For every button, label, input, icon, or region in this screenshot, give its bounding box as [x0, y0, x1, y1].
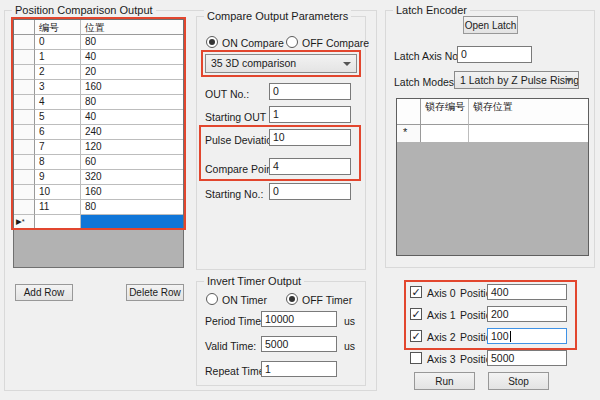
row-marker-asterisk[interactable]: *: [397, 125, 421, 142]
valid-time-label: Valid Time:: [205, 340, 256, 352]
off-compare-label: OFF Compare: [302, 37, 369, 49]
period-time-input[interactable]: 10000: [261, 311, 337, 327]
cell-position[interactable]: 160: [81, 80, 183, 95]
axis-1-position-input[interactable]: 200: [487, 306, 567, 322]
period-time-label: Period Time:: [205, 315, 264, 327]
table-row: 6240: [14, 125, 183, 140]
axis-0-position-input[interactable]: 400: [487, 284, 567, 300]
row-header[interactable]: [14, 140, 35, 155]
comparison-mode-select[interactable]: 35 3D comparison: [205, 54, 357, 73]
latch-grid[interactable]: 锁存编号 锁存位置 *: [396, 98, 589, 256]
cell-position[interactable]: 160: [81, 185, 183, 200]
cell-position[interactable]: 60: [81, 155, 183, 170]
cell-latch-position[interactable]: [469, 125, 588, 142]
cell-number[interactable]: 1: [35, 50, 81, 65]
grid-corner-cell[interactable]: [14, 20, 35, 35]
table-row: 220: [14, 65, 183, 80]
row-header[interactable]: [14, 95, 35, 110]
column-header-position[interactable]: 位置: [81, 20, 183, 35]
row-header[interactable]: [14, 200, 35, 215]
cell-position[interactable]: 80: [81, 35, 183, 50]
cell-number[interactable]: 4: [35, 95, 81, 110]
cell-number[interactable]: 7: [35, 140, 81, 155]
open-latch-button[interactable]: Open Latch: [463, 16, 518, 34]
grid-corner-cell[interactable]: [397, 99, 421, 125]
chevron-down-icon: [565, 78, 573, 82]
latch-modes-select[interactable]: 1 Latch by Z Pulse Rising Edge: [454, 71, 579, 89]
table-row: 9320: [14, 170, 183, 185]
cell-position[interactable]: 240: [81, 125, 183, 140]
row-header[interactable]: [14, 65, 35, 80]
cell-position[interactable]: 80: [81, 200, 183, 215]
cell-number[interactable]: 5: [35, 110, 81, 125]
axis-2-position-input[interactable]: 100: [487, 328, 567, 344]
row-header[interactable]: [14, 80, 35, 95]
latch-axis-no-input[interactable]: 0: [457, 46, 532, 63]
pulse-deviation-input[interactable]: 10: [269, 129, 351, 146]
group-title: Invert Timer Output: [204, 275, 304, 287]
table-row: 140: [14, 50, 183, 65]
cell-position[interactable]: 40: [81, 110, 183, 125]
axis-3-checkbox[interactable]: [410, 352, 422, 364]
cell-position[interactable]: 20: [81, 65, 183, 80]
on-compare-radio[interactable]: [206, 36, 218, 48]
invert-timer-group: Invert Timer Output ON Timer OFF Timer P…: [196, 281, 366, 386]
cell-position[interactable]: 120: [81, 140, 183, 155]
cell-latch-number[interactable]: [421, 125, 469, 142]
on-timer-radio[interactable]: [206, 293, 218, 305]
column-header-number[interactable]: 编号: [35, 20, 81, 35]
valid-time-unit: us: [344, 340, 355, 352]
cell-number[interactable]: 0: [35, 35, 81, 50]
cell-position[interactable]: 320: [81, 170, 183, 185]
row-header[interactable]: [14, 125, 35, 140]
table-row: 080: [14, 35, 183, 50]
cell-number[interactable]: [35, 215, 81, 230]
axis-2-checkbox[interactable]: ✓: [410, 330, 422, 342]
cell-number[interactable]: 8: [35, 155, 81, 170]
run-button[interactable]: Run: [414, 372, 475, 390]
group-title: Position Comparison Output: [12, 4, 156, 16]
repeat-times-input[interactable]: 1: [261, 361, 337, 377]
starting-no-label: Starting No.:: [205, 188, 269, 200]
row-header[interactable]: [14, 35, 35, 50]
selected-cell[interactable]: [81, 215, 183, 230]
new-row-marker-icon[interactable]: ▶*: [14, 215, 35, 230]
axis-3-position-input[interactable]: 5000: [487, 350, 567, 366]
valid-time-input[interactable]: 5000: [261, 336, 337, 352]
latch-modes-value: 1 Latch by Z Pulse Rising Edge: [460, 74, 579, 86]
off-compare-radio[interactable]: [286, 36, 298, 48]
axis-0-checkbox[interactable]: ✓: [410, 286, 422, 298]
starting-out-state-input[interactable]: 1: [269, 106, 351, 123]
table-row: 3160: [14, 80, 183, 95]
row-header[interactable]: [14, 185, 35, 200]
cell-number[interactable]: 10: [35, 185, 81, 200]
table-row: 540: [14, 110, 183, 125]
starting-no-input[interactable]: 0: [269, 183, 351, 200]
cell-number[interactable]: 9: [35, 170, 81, 185]
axis-3-label: Axis 3: [427, 353, 456, 365]
compare-output-group: Compare Output Parameters ON Compare OFF…: [196, 16, 366, 270]
add-row-button[interactable]: Add Row: [15, 284, 73, 301]
cell-position[interactable]: 80: [81, 95, 183, 110]
row-header[interactable]: [14, 110, 35, 125]
delete-row-button[interactable]: Delete Row: [126, 284, 184, 301]
compare-point-num-input[interactable]: 4: [269, 158, 351, 175]
cell-number[interactable]: 3: [35, 80, 81, 95]
cell-number[interactable]: 2: [35, 65, 81, 80]
cell-position[interactable]: 40: [81, 50, 183, 65]
row-header[interactable]: [14, 155, 35, 170]
axis-0-label: Axis 0: [427, 287, 456, 299]
row-header[interactable]: [14, 50, 35, 65]
axis-1-checkbox[interactable]: ✓: [410, 308, 422, 320]
row-header[interactable]: [14, 170, 35, 185]
starting-out-state-label: Starting OUT State:: [205, 111, 269, 123]
cell-number[interactable]: 11: [35, 200, 81, 215]
column-header-latch-number[interactable]: 锁存编号: [421, 99, 469, 125]
stop-button[interactable]: Stop: [488, 372, 549, 390]
cell-number[interactable]: 6: [35, 125, 81, 140]
off-timer-radio[interactable]: [286, 293, 298, 305]
position-grid[interactable]: 编号 位置 080 140 220 3160 480 540 6240 7120…: [13, 19, 184, 268]
column-header-latch-position[interactable]: 锁存位置: [469, 99, 588, 125]
out-no-input[interactable]: 0: [269, 83, 351, 100]
on-compare-label: ON Compare: [222, 37, 284, 49]
